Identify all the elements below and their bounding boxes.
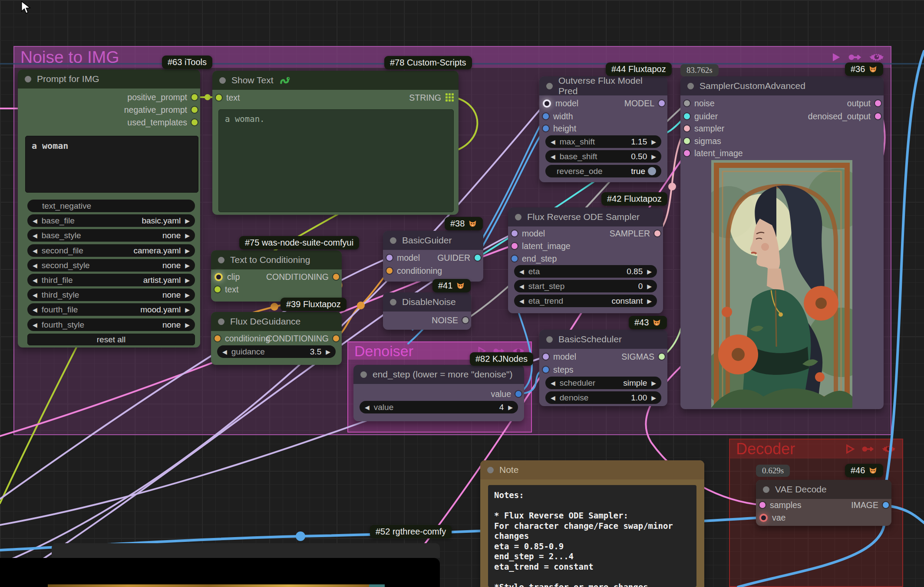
- input-model[interactable]: model: [543, 350, 576, 363]
- input-latent-image[interactable]: latent_image: [512, 239, 571, 253]
- node-basic-guider[interactable]: BasicGuider model conditioning GUIDER: [383, 231, 483, 282]
- prompt-textarea[interactable]: a woman: [25, 136, 198, 193]
- fourth-style-combo[interactable]: ◀ fourth_style none ▶: [27, 318, 195, 331]
- input-text[interactable]: text: [216, 91, 240, 104]
- output-positive-prompt[interactable]: positive_prompt: [127, 91, 198, 104]
- increment-icon[interactable]: ▶: [647, 298, 652, 304]
- input-model[interactable]: model: [512, 227, 545, 240]
- input-noise[interactable]: noise: [684, 97, 715, 110]
- mute-arrow-icon[interactable]: [861, 443, 875, 455]
- decrement-icon[interactable]: ◀: [551, 139, 555, 145]
- input-height[interactable]: height: [543, 122, 576, 135]
- increment-icon[interactable]: ▶: [185, 277, 190, 283]
- output-conditioning[interactable]: CONDITIONING: [266, 270, 339, 283]
- decrement-icon[interactable]: ◀: [33, 307, 37, 313]
- decrement-icon[interactable]: ◀: [551, 380, 555, 386]
- decrement-icon[interactable]: ◀: [365, 404, 370, 410]
- node-prompt-for-img[interactable]: Prompt for IMG positive_prompt negative_…: [18, 69, 200, 348]
- eye-icon[interactable]: [881, 443, 896, 455]
- note-text[interactable]: Notes: * Flux Reverse ODE Sampler: For c…: [488, 485, 696, 587]
- reverse-ode-toggle[interactable]: reverse_ode true: [545, 165, 661, 177]
- output-model[interactable]: MODEL: [624, 97, 665, 110]
- second-file-combo[interactable]: ◀ second_file camera.yaml ▶: [27, 244, 195, 257]
- decrement-icon[interactable]: ◀: [551, 395, 555, 401]
- second-style-combo[interactable]: ◀ second_style none ▶: [27, 259, 195, 272]
- preview-image[interactable]: [711, 160, 852, 408]
- node-show-text[interactable]: Show Text text STRING a woman.: [212, 71, 459, 215]
- output-denoised-output[interactable]: denoised_output: [808, 110, 881, 123]
- input-steps[interactable]: steps: [543, 363, 574, 376]
- value-widget[interactable]: ◀ value 4 ▶: [360, 401, 518, 413]
- fourth-file-combo[interactable]: ◀ fourth_file mood.yaml ▶: [27, 303, 195, 316]
- base-style-combo[interactable]: ◀ base_style none ▶: [27, 229, 195, 242]
- node-disable-noise[interactable]: DisableNoise NOISE: [383, 292, 471, 330]
- decrement-icon[interactable]: ◀: [519, 283, 524, 289]
- third-style-combo[interactable]: ◀ third_style none ▶: [27, 289, 195, 301]
- output-sigmas[interactable]: SIGMAS: [621, 350, 665, 363]
- play-icon[interactable]: [844, 443, 855, 455]
- input-guider[interactable]: guider: [684, 110, 718, 123]
- increment-icon[interactable]: ▶: [647, 283, 652, 289]
- decrement-icon[interactable]: ◀: [33, 248, 37, 254]
- decrement-icon[interactable]: ◀: [519, 269, 524, 275]
- decrement-icon[interactable]: ◀: [33, 292, 37, 298]
- decrement-icon[interactable]: ◀: [222, 349, 227, 355]
- increment-icon[interactable]: ▶: [651, 395, 656, 401]
- decrement-icon[interactable]: ◀: [33, 262, 37, 269]
- increment-icon[interactable]: ▶: [651, 154, 656, 160]
- input-text[interactable]: text: [214, 283, 238, 296]
- collapsed-panel-header[interactable]: [52, 543, 440, 558]
- input-sigmas[interactable]: sigmas: [684, 134, 721, 148]
- decrement-icon[interactable]: ◀: [33, 218, 37, 224]
- reset-all-button[interactable]: reset all: [27, 334, 195, 345]
- node-outverse-flux-model-pred[interactable]: Outverse Flux Model Pred model width hei…: [539, 76, 667, 182]
- scheduler-widget[interactable]: ◀ scheduler simple ▶: [545, 377, 661, 389]
- node-text-to-conditioning[interactable]: Text to Conditioning clip text CONDITION…: [211, 250, 342, 302]
- decrement-icon[interactable]: ◀: [33, 277, 37, 283]
- increment-icon[interactable]: ▶: [185, 307, 190, 313]
- start-step-widget[interactable]: ◀ start_step 0 ▶: [514, 280, 657, 292]
- node-graph-canvas[interactable]: Noise to IMG Denoiser Decoder: [0, 0, 924, 587]
- increment-icon[interactable]: ▶: [185, 218, 190, 224]
- input-clip[interactable]: clip: [214, 270, 240, 283]
- input-conditioning[interactable]: conditioning: [386, 264, 442, 277]
- output-conditioning[interactable]: CONDITIONING: [266, 332, 339, 345]
- increment-icon[interactable]: ▶: [185, 292, 190, 298]
- output-negative-prompt[interactable]: negative_prompt: [124, 103, 198, 116]
- output-noise[interactable]: NOISE: [432, 314, 469, 327]
- output-string[interactable]: STRING: [409, 91, 454, 104]
- output-used-templates[interactable]: used_templates: [127, 116, 198, 129]
- increment-icon[interactable]: ▶: [326, 349, 330, 355]
- node-flux-deguidance[interactable]: Flux DeGuidance conditioning CONDITIONIN…: [211, 312, 342, 365]
- text-negative-field[interactable]: text_negative: [27, 200, 195, 212]
- toggle-knob[interactable]: [648, 167, 656, 175]
- input-latent-image[interactable]: latent_image: [684, 147, 743, 160]
- decrement-icon[interactable]: ◀: [551, 154, 555, 160]
- increment-icon[interactable]: ▶: [651, 380, 656, 386]
- output-value[interactable]: value: [491, 387, 521, 400]
- base-file-combo[interactable]: ◀ base_file basic.yaml ▶: [27, 214, 195, 227]
- decrement-icon[interactable]: ◀: [519, 298, 524, 304]
- output-output[interactable]: output: [847, 97, 881, 110]
- denoise-widget[interactable]: ◀ denoise 1.00 ▶: [545, 391, 661, 404]
- node-end-step[interactable]: end_step (lower = more "denoise") value …: [353, 365, 524, 421]
- eta-trend-widget[interactable]: ◀ eta_trend constant ▶: [514, 295, 657, 307]
- input-samples[interactable]: samples: [759, 498, 802, 512]
- node-sampler-custom-advanced[interactable]: SamplerCustomAdvanced noise guider sampl…: [680, 76, 884, 409]
- eta-widget[interactable]: ◀ eta 0.85 ▶: [514, 265, 657, 278]
- mute-arrow-icon[interactable]: [848, 51, 863, 63]
- output-sampler[interactable]: SAMPLER: [610, 227, 660, 240]
- decrement-icon[interactable]: ◀: [33, 322, 37, 328]
- increment-icon[interactable]: ▶: [185, 322, 190, 328]
- play-icon[interactable]: [830, 51, 842, 63]
- node-basic-scheduler[interactable]: BasicScheduler model steps SIGMAS ◀ sche…: [539, 330, 667, 406]
- increment-icon[interactable]: ▶: [508, 404, 513, 410]
- max-shift-widget[interactable]: ◀ max_shift 1.15 ▶: [545, 135, 661, 148]
- base-shift-widget[interactable]: ◀ base_shift 0.50 ▶: [545, 150, 661, 163]
- input-model[interactable]: model: [543, 97, 578, 110]
- node-vae-decode[interactable]: VAE Decode samples vae IMAGE: [756, 480, 891, 526]
- increment-icon[interactable]: ▶: [185, 262, 190, 269]
- output-image[interactable]: IMAGE: [851, 498, 889, 512]
- decrement-icon[interactable]: ◀: [33, 233, 37, 239]
- guidance-widget[interactable]: ◀ guidance 3.5 ▶: [217, 345, 336, 358]
